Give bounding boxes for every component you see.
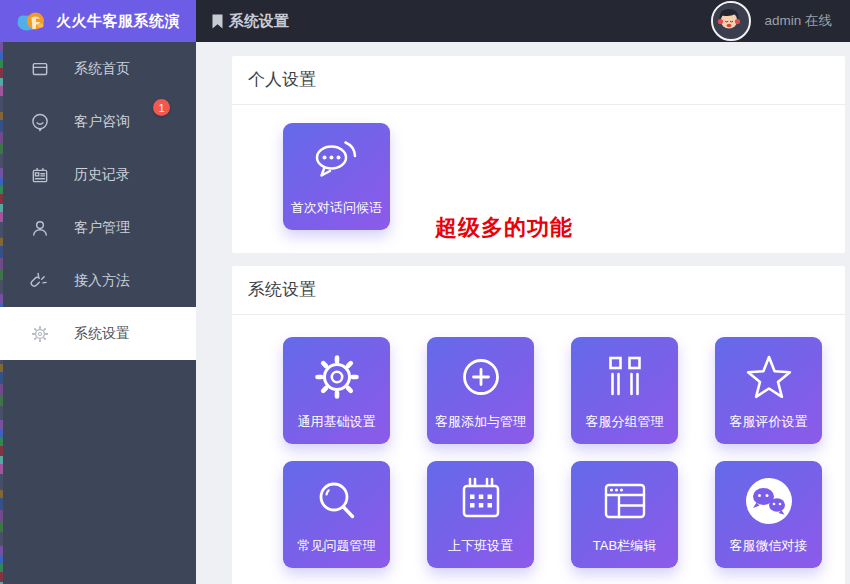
app-title: 火火牛客服系统演 (56, 12, 180, 31)
clipboard-icon (30, 165, 50, 185)
sidebar-item-label: 历史记录 (74, 166, 130, 184)
card-general-settings[interactable]: 通用基础设置 (283, 337, 390, 444)
magnifier-icon (310, 465, 364, 537)
card-shift-settings[interactable]: 上下班设置 (427, 461, 534, 568)
card-wechat-connect[interactable]: 客服微信对接 (715, 461, 822, 568)
tab-window-icon (598, 465, 652, 537)
card-label: 客服添加与管理 (435, 413, 526, 431)
breadcrumb: 系统设置 (212, 12, 289, 31)
sidebar-item-access[interactable]: 接入方法 (0, 254, 196, 307)
main-content: 个人设置 首次对话问候语 超级多的功能 系统设置 (196, 42, 850, 584)
bookmark-icon (212, 14, 223, 29)
sidebar-item-label: 系统设置 (74, 325, 130, 343)
sidebar-item-consult[interactable]: 客户咨询 1 (0, 95, 196, 148)
gear-icon (30, 324, 50, 344)
wechat-icon (742, 465, 796, 537)
calendar-icon (454, 465, 508, 537)
system-settings-panel: 系统设置 通用基础设置 (232, 266, 845, 584)
card-label: 客服评价设置 (730, 413, 808, 431)
card-agent-add-manage[interactable]: 客服添加与管理 (427, 337, 534, 444)
card-label: 客服微信对接 (730, 537, 808, 555)
card-agent-groups[interactable]: 客服分组管理 (571, 337, 678, 444)
topbar: 系统设置 admin 在线 (196, 0, 850, 42)
card-first-greeting[interactable]: 首次对话问候语 (283, 123, 390, 230)
person-icon (30, 218, 50, 238)
sidebar-item-label: 客户管理 (74, 219, 130, 237)
star-icon (742, 341, 796, 413)
avatar[interactable] (711, 1, 751, 41)
chat-smiley-icon (30, 112, 50, 132)
sidebar: 火火牛客服系统演 系统首页 客户咨询 1 (0, 0, 196, 584)
card-rating-settings[interactable]: 客服评价设置 (715, 337, 822, 444)
sidebar-item-home[interactable]: 系统首页 (0, 42, 196, 95)
card-label: 常见问题管理 (298, 537, 376, 555)
plus-circle-icon (454, 341, 508, 413)
card-label: 上下班设置 (448, 537, 513, 555)
unread-badge: 1 (153, 99, 170, 116)
group-icon (598, 341, 652, 413)
card-tab-editor[interactable]: TAB栏编辑 (571, 461, 678, 568)
window-icon (30, 59, 50, 79)
card-label: TAB栏编辑 (593, 537, 656, 555)
sidebar-item-settings[interactable]: 系统设置 (0, 307, 196, 360)
sidebar-item-label: 接入方法 (74, 272, 130, 290)
sidebar-item-customers[interactable]: 客户管理 (0, 201, 196, 254)
settings-grid: 通用基础设置 客服添加与管理 (232, 315, 845, 584)
card-label: 客服分组管理 (586, 413, 664, 431)
app-logo-icon (16, 8, 46, 34)
promo-note: 超级多的功能 (435, 213, 573, 243)
card-label: 通用基础设置 (298, 413, 376, 431)
card-faq-manage[interactable]: 常见问题管理 (283, 461, 390, 568)
logo-bar: 火火牛客服系统演 (0, 0, 196, 42)
card-label: 首次对话问候语 (291, 199, 382, 217)
sidebar-item-label: 系统首页 (74, 60, 130, 78)
section-title: 系统设置 (232, 266, 845, 315)
greeting-chat-icon (310, 127, 364, 199)
personal-settings-panel: 个人设置 首次对话问候语 超级多的功能 (232, 56, 845, 253)
sidebar-item-history[interactable]: 历史记录 (0, 148, 196, 201)
user-status: admin 在线 (764, 12, 832, 30)
section-title: 个人设置 (232, 56, 845, 105)
sidebar-menu: 系统首页 客户咨询 1 历史记录 (0, 42, 196, 360)
link-spark-icon (30, 271, 50, 291)
page-title: 系统设置 (229, 12, 289, 31)
gear-icon (310, 341, 364, 413)
sidebar-item-label: 客户咨询 (74, 113, 130, 131)
